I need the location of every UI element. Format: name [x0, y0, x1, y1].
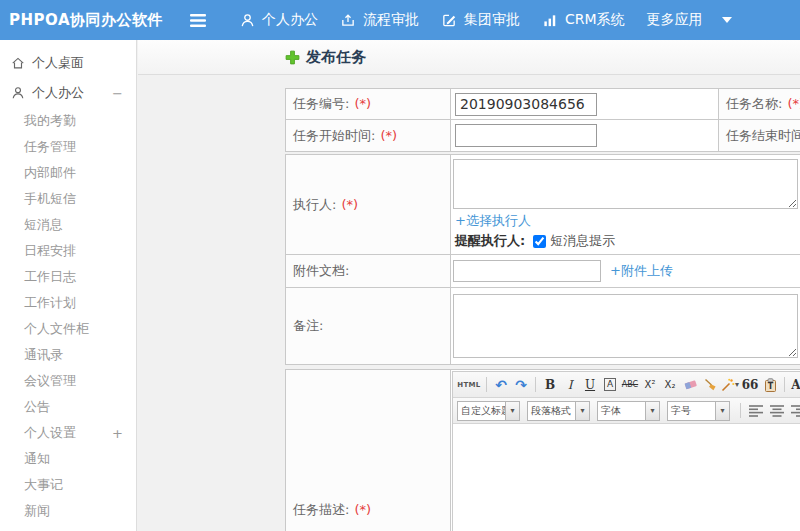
undo-button[interactable]: ↶: [492, 375, 510, 394]
attachment-upload-link[interactable]: +附件上传: [610, 262, 673, 280]
nav-item-more-apps[interactable]: 更多应用: [647, 11, 732, 29]
select-value: 段落格式: [528, 404, 575, 418]
task-number-input[interactable]: [455, 93, 597, 116]
remind-executor-label: 提醒执行人:: [455, 232, 525, 250]
eraser-button[interactable]: [681, 375, 699, 394]
subscript-button[interactable]: X₂: [661, 375, 679, 394]
italic-button[interactable]: I: [561, 375, 579, 394]
font-style-box-button[interactable]: A: [601, 375, 619, 394]
required-mark: (*): [354, 502, 371, 517]
table-row: 备注:: [286, 288, 800, 365]
sidebar-item-label: 个人办公: [32, 84, 84, 102]
task-start-time-label: 任务开始时间:: [293, 128, 375, 143]
home-icon: [11, 56, 25, 70]
add-plus-icon: [285, 50, 300, 65]
sidebar-item-notice[interactable]: 通知: [0, 446, 136, 472]
required-mark: (*): [380, 128, 397, 143]
chevron-down-icon: ▾: [575, 402, 589, 420]
choose-executor-link[interactable]: +选择执行人: [455, 213, 531, 228]
sidebar-item-events[interactable]: 大事记: [0, 472, 136, 498]
editor-toolbar-row1: HTML ↶ ↷ B I U A ABC X² X₂: [453, 372, 800, 398]
sidebar-item-label: 短消息: [24, 216, 63, 234]
hamburger-menu-button[interactable]: [178, 14, 218, 27]
required-mark: (*): [341, 197, 358, 212]
remark-textarea[interactable]: [453, 294, 798, 358]
sidebar-item-work-log[interactable]: 工作日志: [0, 264, 136, 290]
blockquote-button[interactable]: 66: [741, 375, 759, 394]
font-family-select[interactable]: 字体 ▾: [597, 401, 660, 421]
sidebar-item-label: 任务管理: [24, 138, 76, 156]
sidebar-item-label: 通知: [24, 450, 50, 468]
sms-prompt-checkbox[interactable]: [533, 235, 546, 248]
sidebar-item-contacts[interactable]: 通讯录: [0, 342, 136, 368]
task-detail-table: 执行人:(*) +选择执行人 提醒执行人: 短消息提示 附件文档: +附件上传: [285, 154, 800, 365]
sidebar-item-mobile-sms[interactable]: 手机短信: [0, 186, 136, 212]
nav-item-group-approval[interactable]: 集团审批: [441, 11, 520, 29]
sidebar-item-label: 个人设置: [24, 424, 76, 442]
executor-label: 执行人:: [293, 197, 336, 212]
sidebar-item-label: 会议管理: [24, 372, 76, 390]
page-title: 发布任务: [285, 48, 366, 67]
sidebar-item-my-attendance[interactable]: 我的考勤: [0, 108, 136, 134]
nav-item-crm-system[interactable]: CRM系统: [542, 11, 625, 29]
page-title-text: 发布任务: [306, 48, 366, 67]
align-center-button[interactable]: [767, 402, 786, 420]
nav-item-workflow-approval[interactable]: 流程审批: [340, 11, 419, 29]
expand-plus-icon[interactable]: +: [112, 427, 123, 440]
sidebar-item-work-plan[interactable]: 工作计划: [0, 290, 136, 316]
sidebar-item-task-management[interactable]: 任务管理: [0, 134, 136, 160]
sidebar-item-personal-office[interactable]: 个人办公 −: [0, 78, 136, 108]
task-description-label: 任务描述:: [293, 502, 349, 517]
html-source-button[interactable]: HTML: [457, 375, 481, 394]
task-description-table: 任务描述:(*) HTML ↶ ↷ B I U A ABC X²: [285, 369, 800, 531]
nav-item-personal-office[interactable]: 个人办公: [240, 11, 318, 29]
sidebar-item-announcement[interactable]: 公告: [0, 394, 136, 420]
align-right-button[interactable]: [788, 402, 800, 420]
align-right-icon: [791, 405, 800, 417]
magic-format-button[interactable]: ▾: [721, 375, 739, 394]
required-mark: (*): [354, 96, 371, 111]
executor-textarea[interactable]: [453, 159, 798, 209]
sidebar-item-internal-mail[interactable]: 内部邮件: [0, 160, 136, 186]
clipboard-icon: T: [764, 378, 777, 392]
sidebar-item-label: 我的考勤: [24, 112, 76, 130]
chevron-down-icon: [722, 17, 732, 28]
attachment-input[interactable]: [453, 260, 601, 282]
sidebar-item-personal-settings[interactable]: 个人设置 +: [0, 420, 136, 446]
sidebar-item-label: 手机短信: [24, 190, 76, 208]
align-left-button[interactable]: [746, 402, 765, 420]
task-start-time-input[interactable]: [455, 124, 597, 147]
font-size-select[interactable]: 字号 ▾: [667, 401, 730, 421]
underline-button[interactable]: U: [581, 375, 599, 394]
edit-icon: [441, 13, 457, 28]
task-number-label: 任务编号:: [293, 96, 349, 111]
sidebar-item-personal-desktop[interactable]: 个人桌面: [0, 48, 136, 78]
paste-text-button[interactable]: T: [761, 375, 779, 394]
svg-text:T: T: [767, 382, 773, 391]
sidebar-item-schedule[interactable]: 日程安排: [0, 238, 136, 264]
sidebar-item-label: 通讯录: [24, 346, 63, 364]
rich-text-editor: HTML ↶ ↷ B I U A ABC X² X₂: [452, 371, 800, 531]
topbar: PHPOA协同办公软件 个人办公 流程审批 集团审批 CRM系统 更多应用: [0, 0, 800, 40]
sidebar-item-personal-file-cabinet[interactable]: 个人文件柜: [0, 316, 136, 342]
sidebar-item-label: 个人文件柜: [24, 320, 89, 338]
bar-chart-icon: [542, 13, 558, 28]
paragraph-format-select[interactable]: 段落格式 ▾: [527, 401, 590, 421]
editor-content-area[interactable]: [453, 424, 800, 531]
format-brush-button[interactable]: [701, 375, 719, 394]
publish-task-form: 任务编号:(*) 任务名称:(*) 任务开始时间:(*) 任务结束时间:(*) …: [285, 88, 800, 531]
sidebar-item-meeting-management[interactable]: 会议管理: [0, 368, 136, 394]
bold-button[interactable]: B: [541, 375, 559, 394]
table-row: 任务编号:(*) 任务名称:(*): [286, 89, 800, 120]
sidebar-item-short-message[interactable]: 短消息: [0, 212, 136, 238]
chevron-down-icon: ▾: [715, 402, 729, 420]
strikethrough-button[interactable]: ABC: [621, 375, 639, 394]
collapse-minus-icon[interactable]: −: [112, 87, 123, 100]
table-row: 附件文档: +附件上传: [286, 255, 800, 288]
sidebar-item-news[interactable]: 新闻: [0, 498, 136, 524]
font-color-button[interactable]: A ▾: [790, 375, 800, 394]
nav-label: 集团审批: [464, 11, 520, 29]
custom-title-select[interactable]: 自定义标题 ▾: [457, 401, 520, 421]
redo-button[interactable]: ↷: [512, 375, 530, 394]
superscript-button[interactable]: X²: [641, 375, 659, 394]
